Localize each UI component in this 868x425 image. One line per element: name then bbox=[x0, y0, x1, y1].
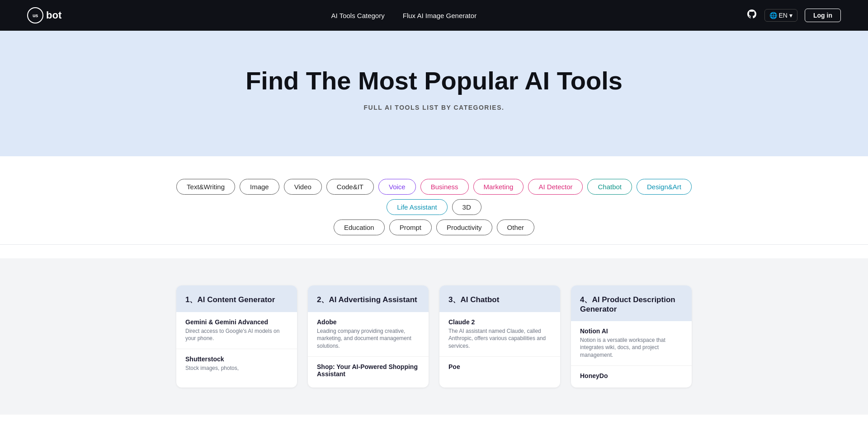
filter-productivity[interactable]: Productivity bbox=[436, 220, 492, 235]
nav-link-tools[interactable]: AI Tools Category bbox=[331, 12, 385, 19]
card-item-desc: Stock images, photos, bbox=[185, 364, 288, 372]
card-item-title: Shutterstock bbox=[185, 355, 288, 363]
filter-divider bbox=[0, 244, 868, 245]
card-4-title: AI Product Description Generator bbox=[580, 295, 675, 313]
filter-video[interactable]: Video bbox=[284, 179, 322, 195]
hero-title: Find The Most Popular AI Tools bbox=[231, 67, 637, 95]
hero-subtitle: FULL AI TOOLS LIST BY CATEGORIES. bbox=[9, 104, 859, 111]
globe-icon: 🌐 bbox=[769, 12, 777, 19]
list-item: Shutterstock Stock images, photos, bbox=[176, 349, 297, 378]
list-item: Poe bbox=[439, 356, 560, 378]
card-1-title: AI Content Generator bbox=[197, 295, 275, 304]
language-button[interactable]: 🌐 EN ▾ bbox=[764, 9, 797, 22]
login-button[interactable]: Log in bbox=[805, 9, 841, 22]
cards-section: 1、AI Content Generator Gemini & Gemini A… bbox=[0, 258, 868, 415]
filter-row-2: Education Prompt Productivity Other bbox=[163, 220, 705, 235]
filter-prompt[interactable]: Prompt bbox=[389, 220, 432, 235]
filter-other[interactable]: Other bbox=[497, 220, 535, 235]
card-3-rank: 3、 bbox=[448, 295, 460, 304]
filter-design-art[interactable]: Design&Art bbox=[637, 179, 692, 195]
list-item: Notion AI Notion is a versatile workspac… bbox=[571, 321, 692, 365]
filter-3d[interactable]: 3D bbox=[452, 199, 481, 215]
filter-image[interactable]: Image bbox=[240, 179, 279, 195]
filter-row-1: Text&Writing Image Video Code&IT Voice B… bbox=[163, 179, 705, 215]
card-item-desc: Notion is a versatile workspace that int… bbox=[580, 336, 683, 359]
filter-section: Text&Writing Image Video Code&IT Voice B… bbox=[0, 156, 868, 258]
filter-education[interactable]: Education bbox=[334, 220, 385, 235]
card-3-body: Claude 2 The AI assistant named Claude, … bbox=[439, 312, 560, 378]
card-item-title: Notion AI bbox=[580, 327, 683, 335]
cards-grid: 1、AI Content Generator Gemini & Gemini A… bbox=[163, 285, 705, 388]
card-item-desc: Leading company providing creative, mark… bbox=[317, 327, 420, 350]
logo-letters: us bbox=[33, 13, 38, 18]
lang-label: EN bbox=[779, 12, 788, 19]
filter-marketing[interactable]: Marketing bbox=[473, 179, 524, 195]
card-item-title: Shop: Your AI-Powered Shopping Assistant bbox=[317, 363, 420, 378]
card-item-title: Claude 2 bbox=[448, 318, 551, 326]
card-item-title: Gemini & Gemini Advanced bbox=[185, 318, 288, 326]
nav-links: AI Tools Category Flux AI Image Generato… bbox=[331, 12, 477, 19]
card-4: 4、AI Product Description Generator Notio… bbox=[571, 285, 692, 388]
card-3-header: 3、AI Chatbot bbox=[439, 285, 560, 312]
card-1-header: 1、AI Content Generator bbox=[176, 285, 297, 312]
logo[interactable]: us bot bbox=[27, 7, 61, 23]
filter-life-assistant[interactable]: Life Assistant bbox=[387, 199, 447, 215]
logo-word: bot bbox=[46, 9, 61, 21]
filter-voice[interactable]: Voice bbox=[378, 179, 416, 195]
filter-ai-detector[interactable]: AI Detector bbox=[528, 179, 583, 195]
hero-section: Find The Most Popular AI Tools FULL AI T… bbox=[0, 31, 868, 156]
card-4-body: Notion AI Notion is a versatile workspac… bbox=[571, 321, 692, 388]
card-2: 2、AI Advertising Assistant Adobe Leading… bbox=[308, 285, 429, 388]
nav-right: 🌐 EN ▾ Log in bbox=[746, 9, 841, 22]
card-1-body: Gemini & Gemini Advanced Direct access t… bbox=[176, 312, 297, 378]
card-2-title: AI Advertising Assistant bbox=[329, 295, 417, 304]
card-item-title: HoneyDo bbox=[580, 372, 683, 379]
card-4-rank: 4、 bbox=[580, 295, 592, 304]
list-item: HoneyDo bbox=[571, 365, 692, 388]
list-item: Shop: Your AI-Powered Shopping Assistant bbox=[308, 356, 429, 386]
card-item-desc: The AI assistant named Claude, called An… bbox=[448, 327, 551, 350]
list-item: Claude 2 The AI assistant named Claude, … bbox=[439, 312, 560, 356]
card-item-desc: Direct access to Google's AI models on y… bbox=[185, 327, 288, 343]
filter-text-writing[interactable]: Text&Writing bbox=[176, 179, 235, 195]
card-3-title: AI Chatbot bbox=[460, 295, 499, 304]
card-2-header: 2、AI Advertising Assistant bbox=[308, 285, 429, 312]
card-1-rank: 1、 bbox=[185, 295, 197, 304]
card-1: 1、AI Content Generator Gemini & Gemini A… bbox=[176, 285, 297, 388]
card-3: 3、AI Chatbot Claude 2 The AI assistant n… bbox=[439, 285, 560, 388]
list-item: Gemini & Gemini Advanced Direct access t… bbox=[176, 312, 297, 349]
navbar: us bot AI Tools Category Flux AI Image G… bbox=[0, 0, 868, 31]
card-4-header: 4、AI Product Description Generator bbox=[571, 285, 692, 321]
github-icon[interactable] bbox=[746, 9, 757, 22]
filter-chatbot[interactable]: Chatbot bbox=[587, 179, 632, 195]
nav-link-flux[interactable]: Flux AI Image Generator bbox=[403, 12, 476, 19]
card-item-title: Poe bbox=[448, 363, 551, 370]
logo-icon: us bbox=[27, 7, 43, 23]
filter-code-it[interactable]: Code&IT bbox=[326, 179, 374, 195]
card-2-body: Adobe Leading company providing creative… bbox=[308, 312, 429, 386]
list-item: Adobe Leading company providing creative… bbox=[308, 312, 429, 356]
chevron-down-icon: ▾ bbox=[789, 12, 793, 19]
card-item-title: Adobe bbox=[317, 318, 420, 326]
filter-business[interactable]: Business bbox=[420, 179, 469, 195]
card-2-rank: 2、 bbox=[317, 295, 329, 304]
